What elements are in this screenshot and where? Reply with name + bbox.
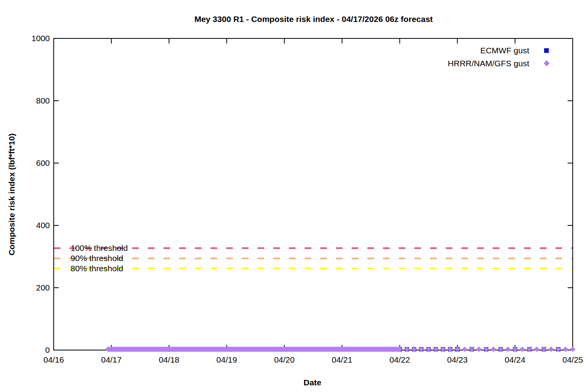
chart-page: Mey 3300 R1 - Composite risk index - 04/… [0,0,588,392]
x-tick-label: 04/22 [382,355,417,365]
legend-marker-cell [539,48,554,53]
y-tick-label: 600 [7,158,50,168]
legend-item-ecmwf: ECMWF gust [448,44,554,57]
legend-label-hrrr-nam-gfs: HRRR/NAM/GFS gust [448,59,529,68]
x-tick-label: 04/16 [36,355,71,365]
x-tick-label: 04/19 [209,355,244,365]
threshold-lines [54,248,573,269]
x-tick-label: 04/24 [497,355,533,365]
x-axis-label: Date [38,377,587,388]
threshold-label-80-threshold: 80% threshold [71,263,123,274]
diamond-marker-icon [543,60,550,67]
threshold-label-90-threshold: 90% threshold [71,253,123,263]
plot-border [54,38,573,350]
y-tick-label: 200 [7,283,50,293]
axis-ticks [54,38,573,350]
x-tick-label: 04/17 [94,355,129,365]
x-tick-label: 04/25 [555,355,588,365]
x-tick-label: 04/21 [325,355,360,365]
x-tick-label: 04/20 [267,355,302,365]
series-hrrr-nam-gfs-gust [105,347,575,352]
y-axis-label: Composite risk index (lbf*ft*10) [7,133,16,256]
legend-item-hrrr-nam-gfs: HRRR/NAM/GFS gust [448,57,554,70]
y-tick-label: 800 [7,96,50,106]
legend-marker-cell [539,61,554,65]
square-marker-icon [544,48,549,53]
x-tick-label: 04/18 [151,355,187,365]
y-tick-label: 400 [7,220,50,230]
legend-label-ecmwf: ECMWF gust [480,46,529,55]
legend: ECMWF gust HRRR/NAM/GFS gust [448,44,554,70]
x-tick-label: 04/23 [440,355,475,365]
y-tick-label: 1000 [7,33,50,44]
threshold-label-100-threshold: 100% threshold [71,243,128,253]
y-tick-label: 0 [7,345,50,355]
chart-title: Mey 3300 R1 - Composite risk index - 04/… [39,14,588,24]
